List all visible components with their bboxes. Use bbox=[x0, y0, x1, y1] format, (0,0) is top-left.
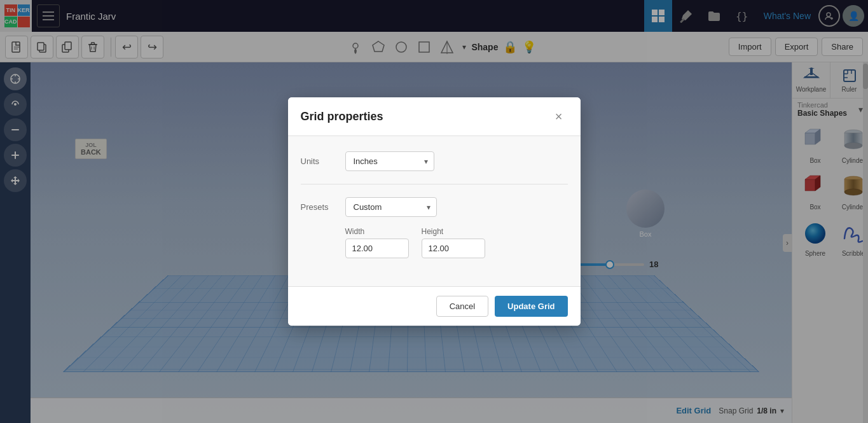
modal-footer: Cancel Update Grid bbox=[288, 286, 581, 326]
height-input[interactable] bbox=[422, 239, 485, 258]
presets-row: Presets Custom Small (4" x 4") Medium (8… bbox=[301, 197, 568, 258]
modal-header: Grid properties × bbox=[288, 97, 581, 136]
grid-properties-modal: Grid properties × Units Millimeters Inch… bbox=[288, 97, 581, 326]
height-label: Height bbox=[422, 227, 485, 236]
units-select[interactable]: Millimeters Inches bbox=[345, 151, 434, 171]
units-dropdown-wrap: Millimeters Inches ▾ bbox=[345, 151, 434, 171]
presets-select[interactable]: Custom Small (4" x 4") Medium (8" x 8") … bbox=[345, 197, 437, 217]
modal-close-button[interactable]: × bbox=[550, 107, 568, 125]
units-control: Millimeters Inches ▾ bbox=[345, 151, 568, 171]
modal-title: Grid properties bbox=[301, 110, 383, 123]
units-row: Units Millimeters Inches ▾ bbox=[301, 151, 568, 171]
cancel-button[interactable]: Cancel bbox=[436, 296, 488, 317]
modal-divider bbox=[301, 184, 568, 184]
presets-dropdown-wrap: Custom Small (4" x 4") Medium (8" x 8") … bbox=[345, 197, 437, 217]
update-grid-button[interactable]: Update Grid bbox=[495, 296, 567, 317]
width-input[interactable] bbox=[345, 239, 409, 258]
modal-overlay: Grid properties × Units Millimeters Inch… bbox=[0, 0, 868, 423]
modal-body: Units Millimeters Inches ▾ Presets bbox=[288, 136, 581, 286]
width-field: Width bbox=[345, 227, 409, 258]
presets-control: Custom Small (4" x 4") Medium (8" x 8") … bbox=[345, 197, 568, 258]
presets-label: Presets bbox=[301, 197, 345, 212]
wh-row: Width Height bbox=[345, 227, 568, 258]
units-label: Units bbox=[301, 151, 345, 166]
width-label: Width bbox=[345, 227, 409, 236]
height-field: Height bbox=[422, 227, 485, 258]
